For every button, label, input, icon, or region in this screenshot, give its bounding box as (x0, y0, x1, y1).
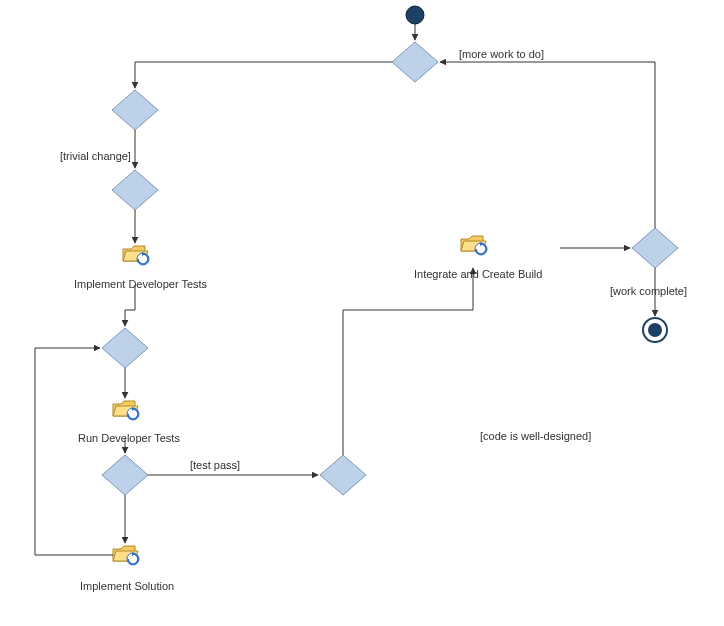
initial-node (406, 6, 424, 24)
decision-work-complete (632, 228, 678, 268)
guard-code-well-designed: [code is well-designed] (480, 430, 591, 442)
decision-trivial (112, 90, 158, 130)
decision-code-quality (320, 455, 366, 495)
task-icon (113, 546, 139, 565)
guard-test-pass: [test pass] (190, 459, 240, 471)
edge-codeok-up (343, 268, 473, 455)
task-label-implement-dev-tests: Implement Developer Tests (74, 278, 207, 290)
guard-trivial-change: [trivial change] (60, 150, 131, 162)
guard-more-work: [more work to do] (459, 48, 544, 60)
task-icon (113, 401, 139, 420)
merge-before-impl-tests (112, 170, 158, 210)
task-icon (461, 236, 487, 255)
merge-before-run-tests (102, 328, 148, 368)
decision-merge-top (392, 42, 438, 82)
edge-impl-to-merge-run (125, 285, 135, 326)
final-node-dot (648, 323, 662, 337)
activity-diagram: { "guards": { "trivial_change": "[trivia… (0, 0, 724, 626)
guard-work-complete: [work complete] (610, 285, 687, 297)
task-label-implement-solution: Implement Solution (80, 580, 174, 592)
diagram-svg (0, 0, 724, 626)
edge-top-trivial (135, 62, 392, 88)
task-label-integrate-build: Integrate and Create Build (414, 268, 542, 280)
task-icon (123, 246, 149, 265)
decision-test-pass (102, 455, 148, 495)
edge-solution-loop (35, 348, 113, 555)
edge-morework (440, 62, 655, 228)
task-label-run-dev-tests: Run Developer Tests (78, 432, 180, 444)
